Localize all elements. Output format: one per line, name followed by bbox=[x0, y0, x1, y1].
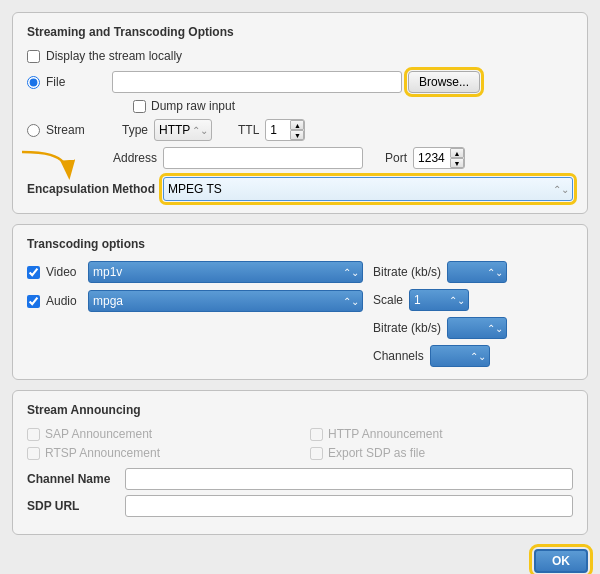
rtsp-row: RTSP Announcement bbox=[27, 446, 290, 460]
sdp-file-label: Export SDP as file bbox=[328, 446, 425, 460]
audio-checkbox[interactable] bbox=[27, 295, 40, 308]
transcoding-panel: Transcoding options Video mp1v mp2v mp4v… bbox=[12, 224, 588, 380]
video-codec-wrapper: mp1v mp2v mp4v h264 ⌃⌄ bbox=[88, 261, 363, 283]
stream-radio[interactable] bbox=[27, 124, 40, 137]
http-row: HTTP Announcement bbox=[310, 427, 573, 441]
sdp-url-label: SDP URL bbox=[27, 499, 117, 513]
scale-select[interactable]: 1 bbox=[409, 289, 469, 311]
dump-raw-label: Dump raw input bbox=[151, 99, 235, 113]
channel-name-label: Channel Name bbox=[27, 472, 117, 486]
sap-checkbox[interactable] bbox=[27, 428, 40, 441]
video-row: Video mp1v mp2v mp4v h264 ⌃⌄ bbox=[27, 261, 363, 283]
file-row: File Browse... bbox=[27, 71, 573, 93]
channels-row: Channels ⌃⌄ bbox=[373, 345, 573, 367]
file-radio-label: File bbox=[46, 75, 106, 89]
encap-select-wrapper: MPEG TS MPEG PS MP4 AVI OGG ASF RAW ⌃⌄ bbox=[163, 177, 573, 201]
channels-label: Channels bbox=[373, 349, 424, 363]
address-label: Address bbox=[113, 151, 157, 165]
streaming-panel: Streaming and Transcoding Options Displa… bbox=[12, 12, 588, 214]
port-label: Port bbox=[385, 151, 407, 165]
ok-button[interactable]: OK bbox=[534, 549, 588, 573]
stream-radio-label: Stream bbox=[46, 123, 106, 137]
http-checkbox[interactable] bbox=[310, 428, 323, 441]
encap-row: Encapsulation Method MPEG TS MPEG PS MP4… bbox=[27, 177, 573, 201]
channels-wrapper: ⌃⌄ bbox=[430, 345, 490, 367]
dump-raw-checkbox[interactable] bbox=[133, 100, 146, 113]
bitrate-video-row: Bitrate (kb/s) ⌃⌄ bbox=[373, 261, 573, 283]
arrow-annotation bbox=[17, 147, 77, 187]
bitrate-video-select[interactable] bbox=[447, 261, 507, 283]
http-label: HTTP Announcement bbox=[328, 427, 443, 441]
ttl-label: TTL bbox=[238, 123, 259, 137]
audio-codec-wrapper: mpga mp3 aac vorbis ⌃⌄ bbox=[88, 290, 363, 312]
type-select[interactable]: HTTP UDP RTP MMS bbox=[154, 119, 212, 141]
video-label: Video bbox=[46, 265, 82, 279]
announce-checkboxes: SAP Announcement HTTP Announcement RTSP … bbox=[27, 427, 573, 460]
ttl-down[interactable]: ▼ bbox=[290, 130, 304, 140]
audio-row: Audio mpga mp3 aac vorbis ⌃⌄ bbox=[27, 290, 363, 312]
type-label: Type bbox=[122, 123, 148, 137]
file-radio[interactable] bbox=[27, 76, 40, 89]
trans-right-col: Bitrate (kb/s) ⌃⌄ Scale 1 ⌃⌄ bbox=[373, 261, 573, 367]
channel-name-row: Channel Name bbox=[27, 468, 573, 490]
sdp-file-row: Export SDP as file bbox=[310, 446, 573, 460]
bitrate-audio-select[interactable] bbox=[447, 317, 507, 339]
rtsp-label: RTSP Announcement bbox=[45, 446, 160, 460]
ttl-input-wrapper: ▲ ▼ bbox=[265, 119, 305, 141]
file-path-input[interactable] bbox=[112, 71, 402, 93]
scale-wrapper: 1 ⌃⌄ bbox=[409, 289, 469, 311]
port-input-wrapper: ▲ ▼ bbox=[413, 147, 465, 169]
scale-label: Scale bbox=[373, 293, 403, 307]
ttl-spin: ▲ ▼ bbox=[290, 120, 304, 140]
address-input[interactable] bbox=[163, 147, 363, 169]
sdp-url-input[interactable] bbox=[125, 495, 573, 517]
video-codec-select[interactable]: mp1v mp2v mp4v h264 bbox=[88, 261, 363, 283]
bitrate-video-wrapper: ⌃⌄ bbox=[447, 261, 507, 283]
sdp-file-checkbox[interactable] bbox=[310, 447, 323, 460]
encap-select[interactable]: MPEG TS MPEG PS MP4 AVI OGG ASF RAW bbox=[163, 177, 573, 201]
bitrate-label: Bitrate (kb/s) bbox=[373, 265, 441, 279]
port-up[interactable]: ▲ bbox=[450, 148, 464, 158]
channels-select[interactable] bbox=[430, 345, 490, 367]
streaming-panel-title: Streaming and Transcoding Options bbox=[27, 25, 573, 39]
port-down[interactable]: ▼ bbox=[450, 158, 464, 168]
bitrate-audio-label: Bitrate (kb/s) bbox=[373, 321, 441, 335]
bitrate-audio-wrapper: ⌃⌄ bbox=[447, 317, 507, 339]
transcoding-panel-title: Transcoding options bbox=[27, 237, 573, 251]
sdp-url-row: SDP URL bbox=[27, 495, 573, 517]
sap-row: SAP Announcement bbox=[27, 427, 290, 441]
audio-label: Audio bbox=[46, 294, 82, 308]
port-spin: ▲ ▼ bbox=[450, 148, 464, 168]
bitrate-audio-row: Bitrate (kb/s) ⌃⌄ bbox=[373, 317, 573, 339]
display-local-label: Display the stream locally bbox=[46, 49, 182, 63]
rtsp-checkbox[interactable] bbox=[27, 447, 40, 460]
scale-row: Scale 1 ⌃⌄ bbox=[373, 289, 573, 311]
dump-raw-row: Dump raw input bbox=[133, 99, 573, 113]
display-local-checkbox[interactable] bbox=[27, 50, 40, 63]
type-select-wrapper: HTTP UDP RTP MMS ⌃⌄ bbox=[154, 119, 212, 141]
channel-name-input[interactable] bbox=[125, 468, 573, 490]
announcing-panel: Stream Announcing SAP Announcement HTTP … bbox=[12, 390, 588, 535]
sap-label: SAP Announcement bbox=[45, 427, 152, 441]
footer: OK bbox=[12, 545, 588, 573]
video-checkbox[interactable] bbox=[27, 266, 40, 279]
audio-codec-select[interactable]: mpga mp3 aac vorbis bbox=[88, 290, 363, 312]
browse-button[interactable]: Browse... bbox=[408, 71, 480, 93]
announcing-panel-title: Stream Announcing bbox=[27, 403, 573, 417]
ttl-up[interactable]: ▲ bbox=[290, 120, 304, 130]
